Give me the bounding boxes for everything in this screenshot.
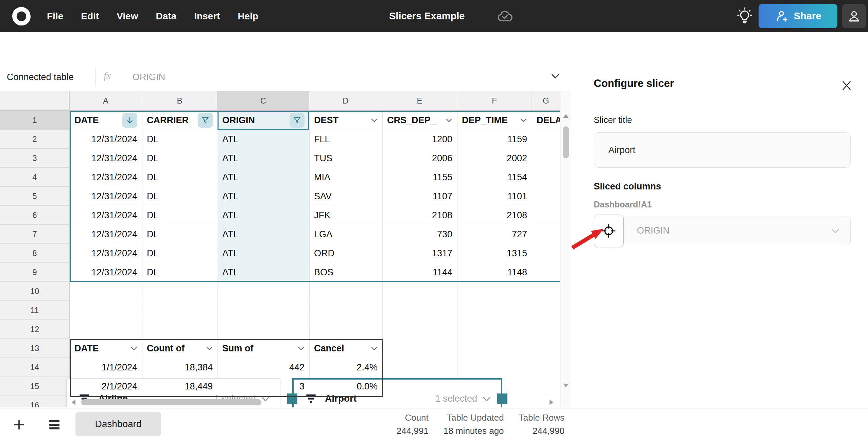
- row-header-1[interactable]: 1: [0, 111, 70, 130]
- table-cell[interactable]: ATL: [218, 244, 309, 263]
- table-cell[interactable]: 730: [382, 225, 457, 244]
- table-cell[interactable]: 727: [457, 225, 532, 244]
- table-cell[interactable]: 1154: [457, 168, 532, 187]
- table-header-DEP_TIME[interactable]: DEP_TIME: [457, 111, 532, 130]
- table-cell[interactable]: 1101: [457, 187, 532, 206]
- table-cell[interactable]: 12/31/2024: [70, 225, 142, 244]
- sheet-tab-dashboard[interactable]: Dashboard: [75, 412, 161, 436]
- scroll-up-arrow[interactable]: [563, 114, 569, 118]
- app-logo-icon[interactable]: [12, 7, 31, 25]
- table-cell[interactable]: JFK: [309, 206, 382, 225]
- row-header-5[interactable]: 5: [0, 187, 70, 206]
- header-dropdown-chevron-icon[interactable]: [207, 345, 212, 350]
- row-header-11[interactable]: 11: [0, 301, 70, 320]
- vertical-scrollbar[interactable]: [560, 91, 571, 407]
- table-cell[interactable]: DL: [142, 244, 218, 263]
- table-cell[interactable]: ORD: [309, 244, 382, 263]
- table-cell[interactable]: 12/31/2024: [70, 244, 142, 263]
- table-cell[interactable]: 1200: [382, 130, 457, 149]
- row-header-6[interactable]: 6: [0, 206, 70, 225]
- pivot-header-DATE[interactable]: DATE: [70, 339, 142, 358]
- row-header-16[interactable]: 16: [0, 396, 70, 407]
- filter-funnel-icon[interactable]: [198, 113, 213, 128]
- column-header-F[interactable]: F: [457, 91, 532, 111]
- table-cell[interactable]: 1148: [457, 263, 532, 282]
- table-cell[interactable]: 1144: [382, 263, 457, 282]
- add-sheet-button[interactable]: [10, 416, 28, 434]
- menu-item-file[interactable]: File: [38, 11, 72, 22]
- header-dropdown-chevron-icon[interactable]: [371, 345, 377, 350]
- pivot-cell[interactable]: 18,449: [142, 377, 218, 396]
- table-cell[interactable]: 12/31/2024: [70, 130, 142, 149]
- formula-input[interactable]: ORIGIN: [133, 72, 165, 82]
- header-dropdown-chevron-icon[interactable]: [131, 345, 137, 350]
- row-header-3[interactable]: 3: [0, 149, 70, 168]
- pivot-cell[interactable]: 2/1/2024: [70, 377, 142, 396]
- table-cell[interactable]: 2002: [457, 149, 532, 168]
- table-header-DELA[interactable]: DELA: [532, 111, 560, 130]
- table-cell[interactable]: 12/31/2024: [70, 168, 142, 187]
- account-avatar-button[interactable]: [842, 4, 866, 28]
- table-cell[interactable]: DL: [142, 130, 218, 149]
- row-header-14[interactable]: 14: [0, 358, 70, 377]
- sheet-list-button[interactable]: [45, 416, 64, 434]
- table-cell[interactable]: 2108: [382, 206, 457, 225]
- table-cell[interactable]: DL: [142, 225, 218, 244]
- name-box[interactable]: Connected table: [7, 72, 74, 82]
- table-cell[interactable]: MIA: [309, 168, 382, 187]
- table-cell[interactable]: ATL: [218, 168, 309, 187]
- pivot-header-Cancel[interactable]: Cancel: [309, 339, 382, 358]
- table-cell[interactable]: 2006: [382, 149, 457, 168]
- table-cell[interactable]: 1155: [382, 168, 457, 187]
- table-cell[interactable]: ATL: [218, 187, 309, 206]
- pivot-cell[interactable]: 3: [218, 377, 309, 396]
- table-cell[interactable]: ATL: [218, 206, 309, 225]
- menu-item-view[interactable]: View: [108, 11, 147, 22]
- table-cell[interactable]: TUS: [309, 149, 382, 168]
- select-all-corner[interactable]: [0, 91, 70, 111]
- header-dropdown-chevron-icon[interactable]: [298, 345, 304, 350]
- table-cell[interactable]: 1315: [457, 244, 532, 263]
- sort-descending-icon[interactable]: [122, 113, 137, 128]
- pick-range-button[interactable]: [594, 215, 624, 247]
- table-cell[interactable]: ATL: [218, 225, 309, 244]
- pivot-header-Count of[interactable]: Count of: [142, 339, 218, 358]
- row-header-13[interactable]: 13: [0, 339, 70, 358]
- close-panel-button[interactable]: [840, 79, 853, 92]
- document-title[interactable]: Slicers Example: [389, 11, 465, 22]
- table-cell[interactable]: SAV: [309, 187, 382, 206]
- pivot-header-Sum of[interactable]: Sum of: [218, 339, 309, 358]
- sliced-column-select[interactable]: ORIGIN: [594, 216, 851, 245]
- slicer-title-input[interactable]: Airport: [594, 132, 851, 168]
- row-header-8[interactable]: 8: [0, 244, 70, 263]
- tips-lightbulb-icon[interactable]: [736, 7, 753, 24]
- pivot-cell[interactable]: 442: [218, 358, 309, 377]
- menu-item-help[interactable]: Help: [229, 11, 267, 22]
- table-cell[interactable]: 12/31/2024: [70, 187, 142, 206]
- scroll-down-arrow[interactable]: [563, 384, 569, 387]
- column-header-A[interactable]: A: [70, 91, 142, 111]
- row-header-2[interactable]: 2: [0, 130, 70, 149]
- pivot-cell[interactable]: 2.4%: [309, 358, 382, 377]
- pivot-cell[interactable]: 0.0%: [309, 377, 382, 396]
- table-cell[interactable]: 12/31/2024: [70, 206, 142, 225]
- table-cell[interactable]: FLL: [309, 130, 382, 149]
- table-header-CRS_DEP_[interactable]: CRS_DEP_: [382, 111, 457, 130]
- table-cell[interactable]: DL: [142, 206, 218, 225]
- table-header-DATE[interactable]: DATE: [70, 111, 142, 130]
- table-cell[interactable]: LGA: [309, 225, 382, 244]
- row-header-9[interactable]: 9: [0, 263, 70, 282]
- table-header-DEST[interactable]: DEST: [309, 111, 382, 130]
- table-header-CARRIER[interactable]: CARRIER: [142, 111, 218, 130]
- column-header-E[interactable]: E: [382, 91, 457, 111]
- column-header-C[interactable]: C: [218, 91, 309, 111]
- header-dropdown-chevron-icon[interactable]: [371, 116, 377, 122]
- header-dropdown-chevron-icon[interactable]: [521, 116, 527, 122]
- table-cell[interactable]: 1107: [382, 187, 457, 206]
- pivot-cell[interactable]: 18,384: [142, 358, 218, 377]
- menu-item-data[interactable]: Data: [147, 11, 185, 22]
- row-header-15[interactable]: 15: [0, 377, 70, 396]
- vertical-scroll-thumb[interactable]: [563, 126, 569, 158]
- table-cell[interactable]: 1159: [457, 130, 532, 149]
- header-dropdown-chevron-icon[interactable]: [446, 116, 452, 122]
